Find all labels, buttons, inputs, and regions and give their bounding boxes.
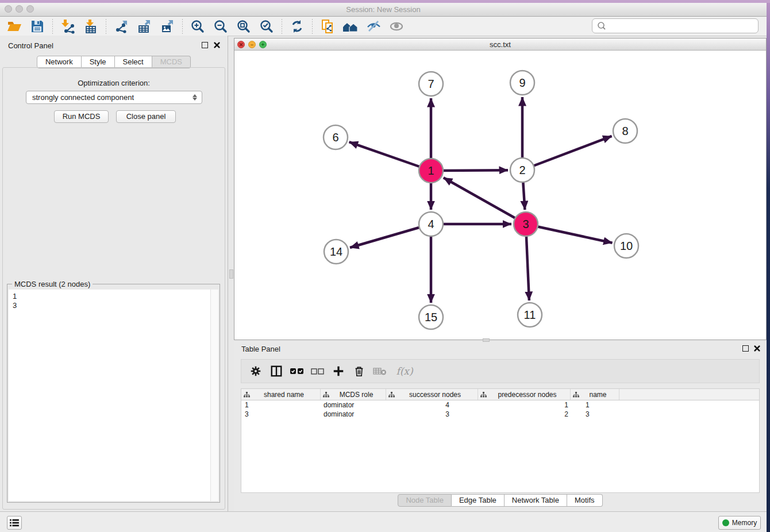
- float-table-panel-icon[interactable]: [742, 345, 749, 352]
- function-builder-icon[interactable]: f(x): [391, 361, 418, 381]
- tab-node-table[interactable]: Node Table: [398, 494, 452, 507]
- node-label-8: 8: [622, 125, 628, 137]
- edge-1-6[interactable]: [349, 142, 431, 171]
- table-cell[interactable]: dominator: [321, 400, 386, 410]
- table-panel-title: Table Panel: [241, 345, 280, 353]
- open-session-icon[interactable]: [6, 18, 23, 34]
- delete-table-icon[interactable]: [370, 361, 390, 381]
- node-label-3: 3: [522, 218, 529, 230]
- table-cell[interactable]: 3: [386, 410, 478, 419]
- export-network-icon[interactable]: [113, 18, 130, 34]
- node-table: shared nameMCDS rolesuccessor nodesprede…: [241, 388, 760, 493]
- export-image-icon[interactable]: [159, 18, 176, 34]
- network-window-titlebar: ✕ − + scc.txt: [234, 38, 766, 51]
- control-panel-tabs: NetworkStyleSelectMCDS: [0, 56, 228, 68]
- table-cell[interactable]: 1: [571, 400, 619, 410]
- window-title: Session: New Session: [0, 5, 767, 14]
- node-label-7: 7: [428, 78, 434, 90]
- save-session-icon[interactable]: [29, 18, 46, 34]
- gear-icon[interactable]: [246, 361, 265, 381]
- edge-3-10[interactable]: [526, 224, 613, 243]
- vertical-splitter-handle[interactable]: [229, 269, 233, 279]
- sort-column-icon: [323, 392, 329, 398]
- add-column-icon[interactable]: [329, 361, 348, 381]
- control-panel: Control Panel NetworkStyleSelectMCDS Opt…: [0, 36, 228, 511]
- close-panel-icon[interactable]: [214, 42, 220, 48]
- zoom-out-icon[interactable]: [212, 18, 229, 34]
- mcds-result-group: MCDS result (2 nodes) 1 3: [7, 284, 220, 503]
- edge-3-1[interactable]: [444, 178, 526, 224]
- mcds-result-area[interactable]: 1 3: [9, 290, 218, 501]
- export-table-icon[interactable]: [136, 18, 153, 34]
- tab-network-table[interactable]: Network Table: [505, 494, 567, 507]
- optimization-criterion-dropdown[interactable]: strongly connected component: [26, 91, 202, 104]
- fx-label: f(x): [396, 365, 413, 377]
- table-row[interactable]: 1dominator411: [241, 400, 759, 410]
- tab-mcds[interactable]: MCDS: [152, 56, 191, 68]
- app-window: { "window": { "title": "Session: New Ses…: [0, 0, 770, 532]
- close-panel-button[interactable]: Close panel: [116, 110, 176, 123]
- table-cell[interactable]: 1: [241, 400, 321, 410]
- column-header-predecessor-nodes[interactable]: predecessor nodes: [478, 389, 571, 400]
- tab-edge-table[interactable]: Edge Table: [452, 494, 505, 507]
- table-cell[interactable]: 1: [478, 400, 571, 410]
- column-header-successor-nodes[interactable]: successor nodes: [386, 389, 478, 400]
- result-scrollbar[interactable]: [210, 290, 218, 501]
- table-cell[interactable]: dominator: [321, 410, 386, 419]
- chevron-up-down-icon: [191, 94, 199, 101]
- task-history-button[interactable]: [7, 516, 22, 530]
- node-label-10: 10: [620, 240, 633, 252]
- table-row[interactable]: 3dominator323: [241, 410, 759, 419]
- hide-selected-icon[interactable]: [365, 18, 382, 34]
- close-table-panel-icon[interactable]: [754, 345, 760, 352]
- column-header-MCDS-role[interactable]: MCDS role: [321, 389, 386, 400]
- toolbar-separator: [52, 19, 53, 34]
- zoom-selected-icon[interactable]: [258, 18, 275, 34]
- show-all-icon[interactable]: [388, 18, 405, 34]
- apply-layout-icon[interactable]: [288, 18, 306, 34]
- table-panel-tabs: Node TableEdge TableNetwork TableMotifs: [234, 494, 767, 507]
- desktop-background-right: [767, 3, 770, 532]
- table-cell[interactable]: 3: [571, 410, 619, 419]
- status-bar: Memory: [0, 511, 767, 532]
- table-cell[interactable]: 3: [241, 410, 321, 419]
- optimization-criterion-label: Optimization criterion:: [0, 79, 228, 87]
- memory-button[interactable]: Memory: [718, 516, 761, 530]
- dropdown-value: strongly connected component: [26, 93, 191, 102]
- node-label-14: 14: [330, 245, 342, 258]
- sort-column-icon: [388, 392, 395, 398]
- search-input[interactable]: [609, 20, 758, 32]
- tab-select[interactable]: Select: [115, 56, 152, 68]
- float-panel-icon[interactable]: [202, 42, 208, 48]
- table-panel: Table Panel f(x) shared nameMCDS rolesuc…: [234, 342, 767, 511]
- delete-column-icon[interactable]: [349, 361, 369, 381]
- clear-checkboxes-icon[interactable]: [308, 361, 328, 381]
- first-neighbors-icon[interactable]: [342, 18, 359, 34]
- mcds-result-title: MCDS result (2 nodes): [12, 280, 93, 288]
- table-cell[interactable]: 4: [386, 400, 478, 410]
- tab-style[interactable]: Style: [82, 56, 115, 68]
- clone-network-icon[interactable]: [319, 18, 336, 34]
- tab-motifs[interactable]: Motifs: [567, 494, 603, 507]
- import-network-icon[interactable]: [59, 18, 76, 34]
- main-toolbar: [0, 17, 767, 36]
- sort-column-icon: [244, 392, 250, 398]
- split-columns-icon[interactable]: [267, 361, 286, 381]
- table-header-row: shared nameMCDS rolesuccessor nodesprede…: [241, 389, 759, 400]
- table-cell[interactable]: 2: [478, 410, 571, 419]
- import-table-icon[interactable]: [82, 18, 99, 34]
- zoom-fit-icon[interactable]: [235, 18, 252, 34]
- list-icon: [9, 519, 20, 527]
- memory-label: Memory: [732, 519, 757, 527]
- tab-network[interactable]: Network: [37, 56, 82, 68]
- run-mcds-button[interactable]: Run MCDS: [54, 110, 109, 123]
- node-label-15: 15: [425, 311, 437, 323]
- zoom-in-icon[interactable]: [189, 18, 206, 34]
- column-header-shared-name[interactable]: shared name: [241, 389, 321, 400]
- edge-2-8[interactable]: [522, 136, 612, 170]
- column-header-name[interactable]: name: [571, 389, 619, 400]
- select-all-checkboxes-icon[interactable]: [287, 361, 307, 381]
- network-canvas[interactable]: 7968124314101511: [234, 51, 766, 340]
- node-label-9: 9: [519, 76, 525, 89]
- table-toolbar: f(x): [241, 359, 760, 383]
